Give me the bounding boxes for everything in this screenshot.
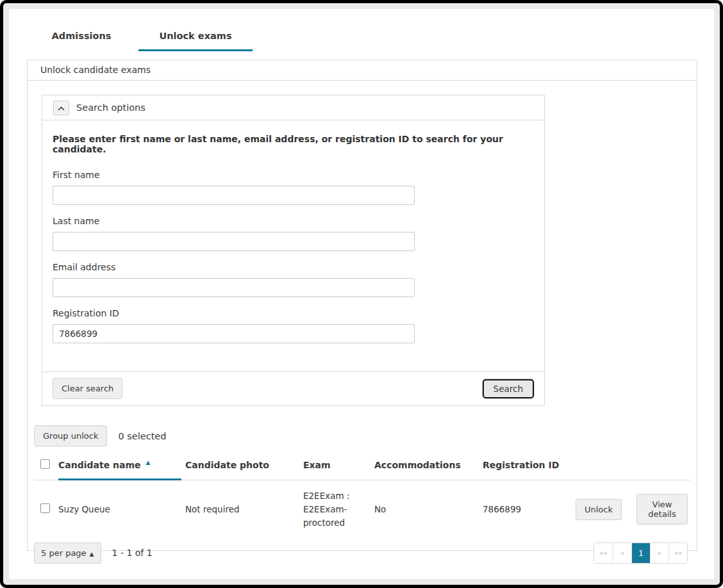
row-select-cell [34, 494, 58, 524]
screenshot-frame: Admissions Unlock exams Unlock candidate… [0, 0, 723, 588]
row-actions-cell: Unlock View details [576, 485, 690, 534]
email-address-label: Email address [53, 262, 534, 272]
registration-id-input[interactable] [53, 324, 415, 343]
first-name-label: First name [53, 170, 534, 180]
clear-search-button[interactable]: Clear search [53, 378, 122, 399]
registration-id-field-group: Registration ID [53, 308, 534, 343]
next-page-button[interactable]: » [650, 543, 669, 563]
page: Admissions Unlock exams Unlock candidate… [9, 9, 714, 579]
unlock-button[interactable]: Unlock [576, 499, 622, 520]
search-options-header: Search options [42, 95, 544, 120]
candidate-name-header-label: Candidate name [58, 460, 141, 470]
per-page-dropdown[interactable]: 5 per page▲ [34, 543, 101, 564]
column-header-actions [576, 457, 690, 474]
email-address-field-group: Email address [53, 262, 534, 297]
previous-page-button[interactable]: « [613, 543, 631, 563]
candidate-photo-cell: Not required [185, 495, 303, 523]
chevron-up-icon [58, 103, 65, 113]
collapse-search-button[interactable] [53, 101, 69, 115]
candidate-name-cell: Suzy Queue [58, 495, 185, 523]
search-options-label: Search options [76, 102, 145, 113]
view-details-button[interactable]: View details [636, 494, 688, 525]
last-name-input[interactable] [53, 232, 415, 251]
panel-title: Unlock candidate exams [28, 60, 697, 81]
registration-id-label: Registration ID [53, 308, 534, 318]
search-instruction: Please enter first name or last name, em… [53, 134, 534, 154]
tab-bar: Admissions Unlock exams [9, 9, 714, 51]
sort-ascending-icon: ▲ [146, 459, 151, 466]
accommodations-cell: No [374, 495, 483, 523]
column-header-candidate-name[interactable]: Candidate name▲ [58, 452, 185, 479]
search-footer: Clear search Search [42, 372, 544, 405]
select-all-checkbox[interactable] [40, 459, 50, 469]
tab-unlock-exams[interactable]: Unlock exams [138, 24, 253, 51]
column-header-candidate-photo[interactable]: Candidate photo [185, 452, 303, 479]
per-page-label: 5 per page [41, 548, 87, 558]
column-header-registration-id[interactable]: Registration ID [483, 452, 576, 479]
table-row: Suzy Queue Not required E2EExam : E2EExa… [34, 480, 690, 539]
row-checkbox[interactable] [40, 503, 50, 513]
pager: 5 per page▲ 1 - 1 of 1 «« « 1 » »» [34, 543, 690, 564]
exam-cell: E2EExam : E2EExam-proctored [303, 480, 374, 539]
pagination: «« « 1 » »» [594, 543, 688, 564]
first-name-input[interactable] [53, 186, 415, 205]
registration-id-cell: 7866899 [483, 495, 576, 523]
first-page-button[interactable]: «« [594, 543, 613, 563]
select-all-cell [34, 451, 58, 480]
last-name-label: Last name [53, 216, 534, 226]
column-header-accommodations[interactable]: Accommodations [374, 452, 483, 479]
group-unlock-button[interactable]: Group unlock [34, 425, 107, 446]
unlock-candidate-exams-panel: Unlock candidate exams Search options Pl… [27, 60, 697, 551]
column-header-exam[interactable]: Exam [303, 452, 374, 479]
search-form: Please enter first name or last name, em… [42, 120, 544, 372]
email-address-input[interactable] [53, 278, 415, 297]
search-options-panel: Search options Please enter first name o… [42, 95, 545, 406]
search-button[interactable]: Search [483, 379, 534, 398]
table-header-row: Candidate name▲ Candidate photo Exam Acc… [34, 451, 690, 480]
last-name-field-group: Last name [53, 216, 534, 251]
results-table: Candidate name▲ Candidate photo Exam Acc… [34, 451, 690, 539]
first-name-field-group: First name [53, 170, 534, 205]
results-range: 1 - 1 of 1 [112, 548, 153, 558]
last-page-button[interactable]: »» [669, 543, 687, 563]
tab-admissions[interactable]: Admissions [24, 24, 138, 51]
triangle-up-icon: ▲ [90, 551, 94, 557]
results-toolbar: Group unlock 0 selected [34, 425, 697, 446]
selected-count: 0 selected [118, 431, 166, 441]
page-1-button[interactable]: 1 [631, 543, 650, 563]
